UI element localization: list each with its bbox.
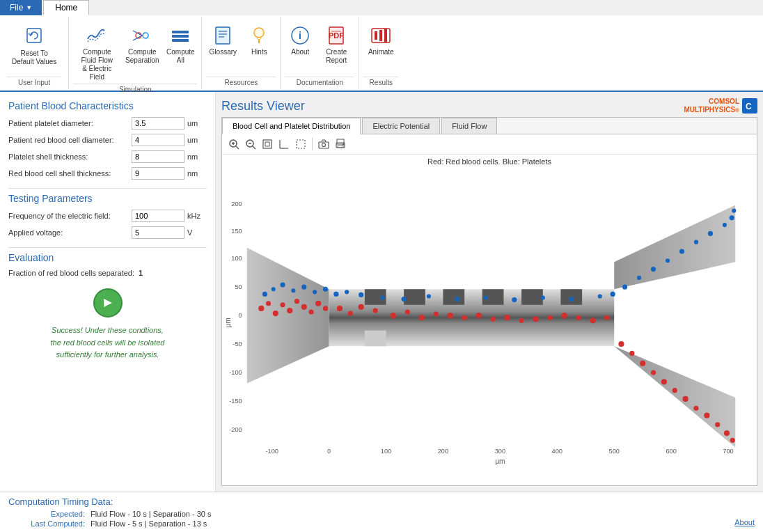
svg-text:-100: -100 (229, 369, 242, 376)
hints-button[interactable]: Hints (242, 21, 276, 58)
svg-point-96 (519, 318, 524, 323)
platelet-shell-input[interactable] (132, 150, 184, 163)
svg-point-123 (345, 290, 349, 294)
viewer-tabs: Blood Cell and Platelet Distribution Ele… (222, 118, 757, 134)
svg-text:100: 100 (381, 448, 391, 455)
svg-point-98 (547, 315, 552, 320)
svg-rect-20 (379, 30, 382, 41)
reset-icon (22, 23, 47, 48)
svg-rect-31 (263, 140, 272, 148)
svg-point-106 (651, 370, 656, 375)
print-tool[interactable] (333, 136, 348, 152)
results-title: Results Viewer (221, 99, 305, 114)
create-report-button[interactable]: PDF CreateReport (318, 21, 354, 67)
file-tab[interactable]: File ▼ (0, 0, 42, 15)
svg-point-102 (604, 315, 609, 320)
axes-tool[interactable] (276, 136, 292, 152)
glossary-button[interactable]: Glossary (206, 21, 239, 58)
svg-text:0: 0 (327, 448, 331, 455)
svg-rect-41 (343, 144, 344, 146)
create-report-label: CreateReport (326, 48, 347, 65)
voltage-label: Applied voltage: (8, 228, 132, 237)
fraction-row: Fraction of red blood cells separated: 1 (8, 269, 207, 277)
svg-point-81 (315, 301, 321, 306)
svg-text:-200: -200 (229, 426, 242, 433)
svg-point-82 (323, 306, 328, 311)
svg-point-78 (294, 299, 299, 304)
svg-point-100 (576, 315, 581, 320)
next-button[interactable] (93, 288, 123, 318)
fraction-label: Fraction of red blood cells separated: (8, 269, 134, 277)
expected-value: Fluid Flow - 10 s | Separation - 30 s (91, 510, 211, 518)
frequency-unit: kHz (187, 212, 207, 220)
voltage-input[interactable] (132, 226, 184, 239)
svg-point-140 (694, 240, 698, 244)
platelet-diameter-input[interactable] (132, 117, 184, 130)
home-tab[interactable]: Home (43, 0, 89, 15)
svg-point-97 (533, 316, 538, 322)
svg-text:150: 150 (231, 228, 242, 235)
svg-point-105 (640, 361, 645, 366)
svg-point-112 (715, 422, 720, 427)
report-icon: PDF (324, 23, 349, 48)
svg-point-107 (661, 379, 667, 384)
select-tool[interactable] (293, 136, 308, 152)
svg-rect-0 (27, 29, 41, 42)
svg-point-84 (348, 311, 353, 315)
divider-2 (8, 247, 207, 248)
about-link[interactable]: About (734, 518, 755, 526)
svg-text:200: 200 (231, 201, 242, 208)
svg-point-138 (666, 258, 670, 263)
compute-fluid-button[interactable]: Compute Fluid Flow& Electric Field (73, 21, 120, 84)
svg-point-89 (419, 315, 425, 320)
group-label-resources: Resources (206, 77, 276, 88)
about-button[interactable]: i About (285, 21, 315, 58)
compute-separation-button[interactable]: ComputeSeparation (122, 21, 162, 67)
svg-point-115 (262, 292, 267, 297)
svg-point-99 (561, 313, 567, 318)
glossary-icon (210, 23, 235, 48)
svg-point-87 (391, 313, 396, 318)
svg-point-114 (730, 438, 735, 443)
svg-point-2 (143, 33, 148, 38)
svg-text:0: 0 (239, 312, 242, 319)
svg-point-120 (313, 290, 317, 294)
reset-button[interactable]: Reset ToDefault Values (7, 21, 61, 68)
frequency-input[interactable] (132, 210, 184, 222)
svg-point-128 (455, 297, 459, 302)
svg-point-118 (291, 288, 295, 292)
chart-area: Red: Red blood cells. Blue: Platelets 20… (222, 155, 757, 485)
svg-point-74 (266, 301, 271, 306)
camera-tool[interactable] (316, 136, 331, 152)
separation-icon (129, 23, 155, 48)
tab-blood-cell[interactable]: Blood Cell and Platelet Distribution (222, 118, 361, 134)
voltage-unit: V (187, 228, 207, 237)
ribbon-group-simulation: Compute Fluid Flow& Electric Field Compu… (69, 17, 202, 89)
tab-fluid-flow[interactable]: Fluid Flow (441, 118, 497, 134)
svg-point-117 (280, 283, 285, 288)
ribbon-group-user-input: Reset ToDefault Values User Input (0, 17, 69, 89)
rbc-diameter-input[interactable] (132, 134, 184, 146)
hints-label: Hints (251, 48, 267, 56)
compute-all-icon (168, 23, 193, 48)
svg-point-132 (569, 297, 574, 302)
svg-point-143 (730, 215, 734, 220)
toolbar-sep-1 (312, 138, 313, 150)
svg-point-113 (724, 430, 730, 436)
svg-point-116 (272, 287, 276, 291)
svg-point-37 (322, 143, 326, 147)
tab-electric-potential[interactable]: Electric Potential (362, 118, 440, 134)
platelet-shell-label: Platelet shell thickness: (8, 152, 132, 161)
svg-point-11 (254, 28, 264, 38)
compute-all-button[interactable]: ComputeAll (164, 21, 197, 67)
left-panel: Patient Blood Characteristics Patient pl… (0, 92, 216, 492)
svg-point-126 (402, 297, 407, 302)
svg-point-119 (301, 285, 306, 290)
svg-rect-6 (172, 39, 189, 42)
fit-tool[interactable] (260, 136, 275, 152)
rbc-shell-input[interactable] (132, 167, 184, 180)
animate-button[interactable]: Animate (363, 21, 398, 58)
svg-point-142 (723, 223, 727, 227)
zoom-in-tool[interactable] (226, 136, 242, 152)
zoom-out-tool[interactable] (243, 136, 258, 152)
